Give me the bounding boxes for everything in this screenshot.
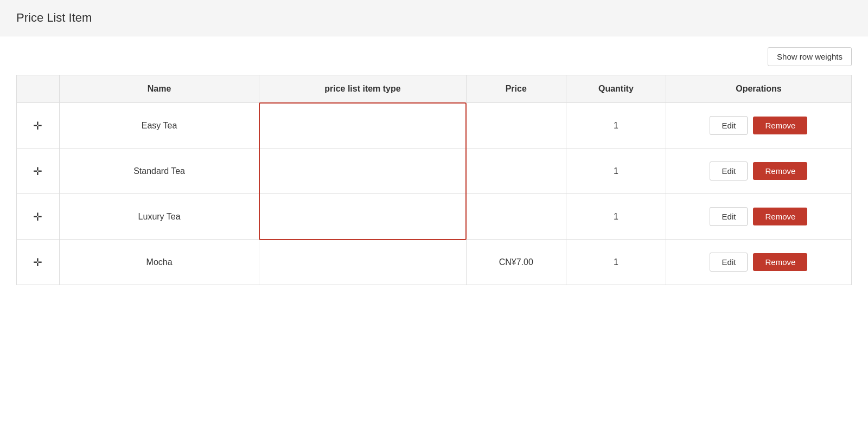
- type-cell-4: [259, 240, 466, 285]
- type-cell-2: [259, 149, 466, 194]
- drag-cell: ✛: [17, 240, 60, 285]
- drag-cell: ✛: [17, 149, 60, 194]
- drag-handle-icon[interactable]: ✛: [33, 256, 42, 269]
- edit-button-2[interactable]: Edit: [710, 162, 748, 180]
- type-cell-1: [259, 103, 466, 149]
- name-cell: Mocha: [59, 240, 259, 285]
- toolbar: Show row weights: [16, 47, 852, 66]
- drag-handle-icon[interactable]: ✛: [33, 165, 42, 178]
- name-cell: Standard Tea: [59, 149, 259, 194]
- quantity-cell: 1: [566, 194, 666, 240]
- col-header-name: Name: [59, 75, 259, 103]
- price-cell: [466, 149, 566, 194]
- operations-cell: Edit Remove: [666, 103, 851, 149]
- edit-button-3[interactable]: Edit: [710, 207, 748, 226]
- drag-handle-icon[interactable]: ✛: [33, 119, 42, 132]
- show-row-weights-button[interactable]: Show row weights: [768, 47, 852, 66]
- col-header-drag: [17, 75, 60, 103]
- remove-button-3[interactable]: Remove: [753, 208, 807, 225]
- quantity-cell: 1: [566, 149, 666, 194]
- price-cell: CN¥7.00: [466, 240, 566, 285]
- drag-cell: ✛: [17, 194, 60, 240]
- table-row: ✛ Easy Tea 1 Edit Remove: [17, 103, 852, 149]
- table-header-row: Name price list item type Price Quantity: [17, 75, 852, 103]
- price-cell: [466, 194, 566, 240]
- name-cell: Luxury Tea: [59, 194, 259, 240]
- type-cell-3: [259, 194, 466, 240]
- col-header-quantity: Quantity: [566, 75, 666, 103]
- col-header-operations: Operations: [666, 75, 851, 103]
- drag-handle-icon[interactable]: ✛: [33, 210, 42, 223]
- page-container: Price List Item Show row weights Name pr…: [0, 0, 868, 426]
- table-section: Show row weights Name price list item ty…: [0, 36, 868, 296]
- col-header-price: Price: [466, 75, 566, 103]
- price-cell: [466, 103, 566, 149]
- quantity-cell: 1: [566, 103, 666, 149]
- table-row: ✛ Luxury Tea 1 Edit Remove: [17, 194, 852, 240]
- operations-cell: Edit Remove: [666, 194, 851, 240]
- edit-button-1[interactable]: Edit: [710, 116, 748, 135]
- table-row: ✛ Mocha CN¥7.00 1 Edit Remove: [17, 240, 852, 285]
- price-list-table: Name price list item type Price Quantity: [16, 75, 852, 285]
- table-wrapper: Name price list item type Price Quantity: [16, 75, 852, 285]
- edit-button-4[interactable]: Edit: [710, 253, 748, 272]
- remove-button-2[interactable]: Remove: [753, 162, 807, 180]
- operations-cell: Edit Remove: [666, 149, 851, 194]
- remove-button-4[interactable]: Remove: [753, 253, 807, 271]
- page-header: Price List Item: [0, 0, 868, 36]
- page-title: Price List Item: [16, 11, 852, 25]
- name-cell: Easy Tea: [59, 103, 259, 149]
- drag-cell: ✛: [17, 103, 60, 149]
- table-row: ✛ Standard Tea 1 Edit Remove: [17, 149, 852, 194]
- quantity-cell: 1: [566, 240, 666, 285]
- operations-cell: Edit Remove: [666, 240, 851, 285]
- remove-button-1[interactable]: Remove: [753, 117, 807, 134]
- col-header-type: price list item type: [259, 75, 466, 103]
